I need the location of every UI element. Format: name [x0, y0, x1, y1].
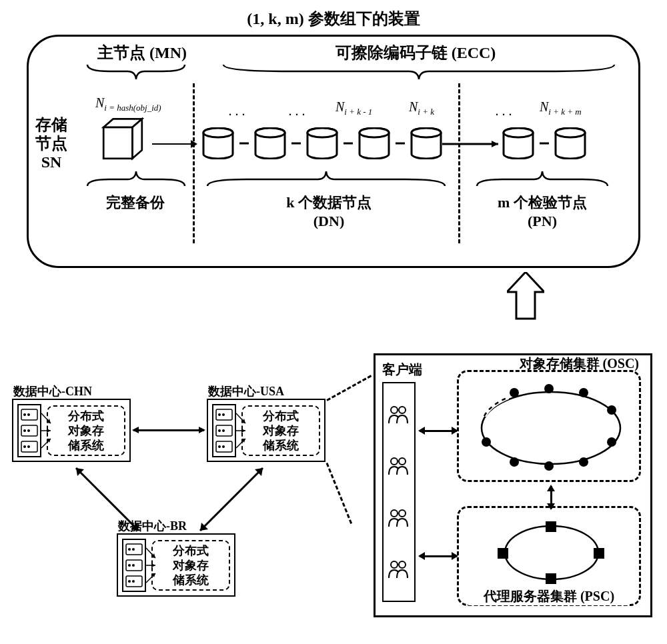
- link-usa-br: [195, 463, 268, 536]
- ecc-label: 可擦除编码子链 (ECC): [242, 42, 589, 63]
- svg-point-76: [391, 407, 398, 413]
- svg-point-29: [23, 429, 26, 432]
- dc-chn-title: 数据中心-CHN: [13, 383, 92, 399]
- arrow-client-osc: [420, 430, 457, 432]
- svg-point-44: [218, 429, 221, 432]
- mn-label: 主节点 (MN): [69, 42, 215, 63]
- arrow-client-psc: [420, 555, 457, 557]
- full-backup-label: 完整备份: [82, 193, 189, 213]
- node-ikm-label: Ni + k + m: [540, 99, 582, 117]
- diagram-title: (1, k, m) 参数组下的装置: [0, 8, 667, 29]
- zoom-line-top: [326, 375, 372, 401]
- svg-point-45: [222, 429, 225, 432]
- link-chn-usa: [133, 429, 204, 431]
- osc-title: 对象存储集群 (OSC): [520, 355, 639, 373]
- cylinder-icon: [201, 127, 235, 159]
- arrow-cube-to-chain: [152, 143, 196, 145]
- brace-pn: [476, 170, 609, 187]
- svg-point-85: [505, 526, 598, 579]
- node-ik1-label: Ni + k - 1: [336, 99, 372, 117]
- svg-point-41: [218, 413, 221, 416]
- cylinder-icon: [305, 127, 340, 159]
- server-stack: [17, 404, 41, 457]
- sn-vertical-label: 存储 节点 SN: [35, 115, 67, 171]
- svg-point-80: [391, 510, 398, 517]
- svg-point-30: [27, 429, 30, 432]
- link-icon: [396, 140, 405, 147]
- svg-point-60: [132, 564, 135, 567]
- right-detail-box: 客户端 对象存储集群 (OSC) 代理服务器集群 (PSC): [374, 353, 652, 617]
- server-stack: [122, 539, 146, 592]
- dn-label: k 个数据节点(DN): [242, 193, 416, 230]
- svg-line-73: [200, 468, 263, 531]
- osc-node: [607, 437, 616, 447]
- svg-point-42: [222, 413, 225, 416]
- svg-line-70: [76, 468, 139, 531]
- big-arrow-up: [507, 272, 544, 320]
- svg-rect-2: [103, 127, 132, 159]
- brace-backup: [86, 170, 186, 187]
- svg-point-78: [391, 458, 398, 465]
- server-icon: [125, 543, 143, 555]
- psc-node: [546, 573, 556, 584]
- svg-point-56: [128, 548, 131, 551]
- pn-label: m 个检验节点(PN): [469, 193, 616, 230]
- link-chn-br: [71, 463, 144, 536]
- svg-point-16: [412, 128, 441, 137]
- top-container: 主节点 (MN) 可擦除编码子链 (ECC) Ni = hash(obj_id)…: [27, 35, 640, 268]
- osc-node: [544, 384, 554, 393]
- dc-chn: 数据中心-CHN 分布式对象存储系统: [12, 399, 131, 462]
- dc-br: 数据中心-BR 分布式对象存储系统: [117, 533, 235, 597]
- brace-dn: [206, 170, 446, 187]
- link-icon: [291, 140, 301, 147]
- dc-sys-label: 分布式对象存储系统: [47, 405, 125, 456]
- server-icon: [215, 441, 233, 453]
- separator-2: [458, 83, 460, 243]
- cube-icon: [99, 115, 147, 163]
- svg-point-84: [482, 392, 620, 464]
- dc-usa: 数据中心-USA 分布式对象存储系统: [207, 399, 325, 462]
- svg-point-57: [132, 548, 135, 551]
- node-ik-label: Ni + k: [409, 99, 434, 117]
- client-column: [382, 382, 416, 602]
- server-icon: [215, 425, 233, 437]
- osc-node: [482, 437, 491, 447]
- svg-point-32: [23, 445, 26, 448]
- svg-marker-24: [507, 272, 544, 319]
- svg-point-48: [222, 445, 225, 448]
- psc-node: [546, 521, 556, 532]
- people-icon: [388, 405, 410, 425]
- separator-1: [193, 83, 195, 243]
- cylinder-icon: [409, 127, 444, 159]
- osc-node: [544, 461, 554, 471]
- svg-point-59: [128, 564, 131, 567]
- people-icon: [388, 456, 410, 476]
- svg-point-83: [399, 561, 406, 568]
- osc-node: [510, 388, 519, 397]
- osc-ring: [471, 381, 631, 475]
- server-stack: [212, 404, 236, 457]
- server-icon: [125, 559, 143, 571]
- svg-point-23: [556, 128, 585, 137]
- osc-box: 对象存储集群 (OSC): [457, 370, 641, 482]
- arrow-osc-psc: [550, 486, 552, 509]
- dc-usa-title: 数据中心-USA: [208, 383, 284, 399]
- node-i-label: Ni = hash(obj_id): [95, 95, 161, 113]
- server-icon: [125, 575, 143, 587]
- osc-node: [579, 388, 588, 397]
- server-icon: [21, 441, 38, 453]
- svg-point-20: [504, 128, 533, 137]
- client-label: 客户端: [382, 361, 422, 379]
- server-icon: [21, 425, 38, 437]
- psc-node: [498, 548, 508, 559]
- psc-box: 代理服务器集群 (PSC): [457, 506, 641, 606]
- svg-point-79: [399, 458, 406, 465]
- svg-point-7: [255, 128, 285, 137]
- brace-ecc: [222, 63, 616, 81]
- psc-node: [594, 548, 604, 559]
- link-icon: [239, 140, 249, 147]
- server-icon: [215, 409, 233, 421]
- link-icon: [540, 140, 549, 147]
- svg-point-77: [399, 407, 406, 413]
- dots-2: . . .: [289, 103, 305, 119]
